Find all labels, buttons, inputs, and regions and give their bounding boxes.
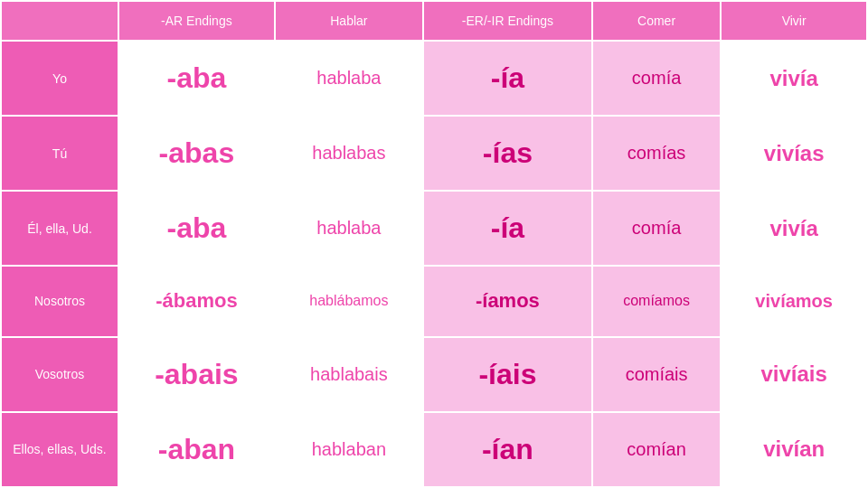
header-hablar: Hablar (275, 1, 423, 41)
ar-cell-0: -aba (118, 41, 275, 116)
table-row: Yo -aba hablaba -ía comía vivía (1, 41, 867, 116)
ar-cell-4: -abais (118, 337, 275, 412)
main-container: -AR Endings Hablar -ER/-IR Endings Comer… (0, 0, 868, 488)
table-row: Él, ella, Ud. -aba hablaba -ía comía viv… (1, 191, 867, 266)
vivir-cell-5: vivían (721, 412, 867, 487)
table-row: Nosotros -ábamos hablábamos -íamos comía… (1, 266, 867, 337)
vivir-cell-3: vivíamos (721, 266, 867, 337)
ar-cell-2: -aba (118, 191, 275, 266)
header-comer: Comer (592, 1, 721, 41)
hablar-cell-3: hablábamos (275, 266, 423, 337)
hablar-cell-4: hablabais (275, 337, 423, 412)
comer-cell-4: comíais (592, 337, 721, 412)
table-row: Ellos, ellas, Uds. -aban hablaban -ían c… (1, 412, 867, 487)
header-row: -AR Endings Hablar -ER/-IR Endings Comer… (1, 1, 867, 41)
hablar-cell-1: hablabas (275, 116, 423, 191)
comer-cell-5: comían (592, 412, 721, 487)
vivir-cell-4: vivíais (721, 337, 867, 412)
vivir-cell-1: vivías (721, 116, 867, 191)
row-label-1: Tú (1, 116, 118, 191)
er-cell-1: -ías (423, 116, 592, 191)
vivir-cell-0: vivía (721, 41, 867, 116)
header-vivir: Vivir (721, 1, 867, 41)
table-row: Tú -abas hablabas -ías comías vivías (1, 116, 867, 191)
row-label-3: Nosotros (1, 266, 118, 337)
er-cell-4: -íais (423, 337, 592, 412)
header-ar-endings: -AR Endings (118, 1, 275, 41)
comer-cell-2: comía (592, 191, 721, 266)
hablar-cell-5: hablaban (275, 412, 423, 487)
row-label-0: Yo (1, 41, 118, 116)
comer-cell-0: comía (592, 41, 721, 116)
er-cell-2: -ía (423, 191, 592, 266)
vivir-cell-2: vivía (721, 191, 867, 266)
table-row: Vosotros -abais hablabais -íais comíais … (1, 337, 867, 412)
er-cell-5: -ían (423, 412, 592, 487)
hablar-cell-0: hablaba (275, 41, 423, 116)
ar-cell-1: -abas (118, 116, 275, 191)
header-empty (1, 1, 118, 41)
row-label-2: Él, ella, Ud. (1, 191, 118, 266)
header-er-ir-endings: -ER/-IR Endings (423, 1, 592, 41)
er-cell-0: -ía (423, 41, 592, 116)
row-label-5: Ellos, ellas, Uds. (1, 412, 118, 487)
conjugation-table: -AR Endings Hablar -ER/-IR Endings Comer… (0, 0, 868, 488)
ar-cell-3: -ábamos (118, 266, 275, 337)
er-cell-3: -íamos (423, 266, 592, 337)
ar-cell-5: -aban (118, 412, 275, 487)
comer-cell-3: comíamos (592, 266, 721, 337)
hablar-cell-2: hablaba (275, 191, 423, 266)
row-label-4: Vosotros (1, 337, 118, 412)
comer-cell-1: comías (592, 116, 721, 191)
